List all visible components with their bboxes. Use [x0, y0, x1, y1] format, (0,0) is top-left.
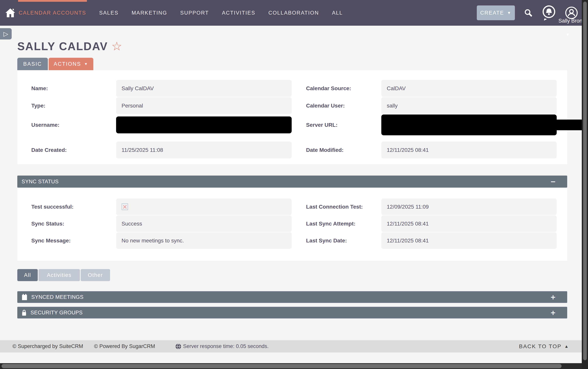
- chevron-down-icon[interactable]: ▼: [566, 32, 570, 37]
- field-label-date-created: Date Created:: [31, 147, 116, 153]
- horizontal-scrollbar-track[interactable]: [0, 363, 588, 369]
- field-value-calendar-source[interactable]: CalDAV: [381, 80, 557, 97]
- tab-other[interactable]: Other: [81, 269, 110, 281]
- field-row: Test successful: × Last Connection Test:…: [31, 198, 567, 215]
- globe-icon: [175, 344, 181, 349]
- actions-dropdown-button[interactable]: ACTIONS ▼: [49, 58, 93, 70]
- field-label-sync-status: Sync Status:: [31, 221, 116, 227]
- nav-menu: CALENDAR ACCOUNTS SALES MARKETING SUPPOR…: [19, 10, 356, 16]
- current-user-name[interactable]: Sally Bron: [558, 18, 582, 24]
- field-row: Sync Status: Success Last Sync Attempt: …: [31, 215, 567, 232]
- field-label-server-url: Server URL:: [292, 122, 381, 128]
- field-value-date-created[interactable]: 11/25/2025 11:08: [116, 142, 292, 158]
- collapse-minus-icon[interactable]: −: [550, 178, 556, 185]
- horizontal-scrollbar-thumb[interactable]: [1, 364, 562, 368]
- field-label-test-successful: Test successful:: [31, 204, 116, 210]
- favorite-star-icon[interactable]: ☆: [111, 40, 123, 52]
- field-label-calendar-user: Calendar User:: [292, 103, 381, 109]
- user-avatar-icon[interactable]: [565, 6, 578, 19]
- field-label-name: Name:: [31, 85, 116, 92]
- actions-button-label: ACTIONS: [54, 61, 81, 67]
- tab-all[interactable]: All: [17, 269, 38, 281]
- nav-item-sales[interactable]: SALES: [99, 10, 119, 16]
- field-value-server-url-redacted: [381, 114, 557, 135]
- calendar-icon: [21, 294, 27, 300]
- expand-plus-icon[interactable]: +: [550, 293, 556, 301]
- field-value-last-sync-date[interactable]: 12/11/2025 08:41: [381, 232, 557, 249]
- field-value-last-connection-test[interactable]: 12/09/2025 11:09: [381, 198, 557, 215]
- server-response-time: Server response time: 0.05 seconds.: [175, 343, 269, 349]
- sync-status-panel-header[interactable]: SYNC STATUS −: [17, 175, 567, 188]
- home-icon: [5, 8, 16, 18]
- page-footer: © Supercharged by SuiteCRM © Powered By …: [0, 340, 588, 352]
- field-value-type[interactable]: Personal: [116, 97, 292, 114]
- triangle-right-icon: ▷: [3, 30, 8, 38]
- synced-meetings-panel-header[interactable]: SYNCED MEETINGS +: [17, 291, 567, 303]
- field-label-last-connection-test: Last Connection Test:: [292, 204, 381, 210]
- tab-activities[interactable]: Activities: [39, 269, 80, 281]
- nav-item-activities[interactable]: ACTIVITIES: [222, 10, 255, 16]
- field-value-name[interactable]: Sally CalDAV: [116, 80, 292, 97]
- x-mark-icon: ×: [123, 203, 127, 211]
- active-module-indicator: [18, 0, 87, 2]
- field-row: Type: Personal Calendar User: sally: [31, 97, 567, 114]
- field-row: Name: Sally CalDAV Calendar Source: CalD…: [31, 80, 567, 97]
- create-button[interactable]: CREATE ▼: [477, 5, 515, 20]
- record-detail-panel: Name: Sally CalDAV Calendar Source: CalD…: [17, 70, 567, 164]
- server-response-text: Server response time: 0.05 seconds.: [183, 343, 269, 349]
- nav-item-marketing[interactable]: MARKETING: [132, 10, 167, 16]
- home-button[interactable]: [4, 8, 16, 18]
- chevron-down-icon: ▼: [507, 11, 511, 15]
- back-to-top-label: BACK TO TOP: [519, 343, 562, 349]
- field-label-last-sync-date: Last Sync Date:: [292, 237, 381, 244]
- field-value-sync-message[interactable]: No new meetings to sync.: [116, 232, 292, 249]
- nav-item-all[interactable]: ALL: [332, 10, 343, 16]
- chevron-down-icon: ▼: [84, 62, 88, 66]
- calendar-account-detail-page: { "glyphs": { "caret_down": "▼", "caret_…: [0, 0, 588, 369]
- field-row: Username: Server URL:: [31, 114, 567, 135]
- create-button-label: CREATE: [480, 10, 504, 16]
- basic-tab-button[interactable]: BASIC: [17, 58, 48, 70]
- security-groups-panel-header[interactable]: SECURITY GROUPS +: [17, 307, 567, 318]
- caret-up-icon: ▲: [564, 344, 569, 349]
- notifications-bell-icon[interactable]: [542, 5, 556, 20]
- sync-status-title: SYNC STATUS: [21, 179, 59, 185]
- nav-item-collaboration[interactable]: COLLABORATION: [268, 10, 319, 16]
- sugarcrm-credit-link[interactable]: © Powered By SugarCRM: [94, 343, 155, 349]
- test-successful-checkbox[interactable]: ×: [122, 203, 128, 210]
- back-to-top-button[interactable]: BACK TO TOP ▲: [519, 340, 569, 352]
- vertical-scrollbar-track[interactable]: [582, 0, 588, 369]
- field-value-last-sync-attempt[interactable]: 12/11/2025 08:41: [381, 215, 557, 232]
- search-icon[interactable]: [524, 8, 533, 17]
- field-label-date-modified: Date Modified:: [292, 147, 381, 153]
- suitecrm-credit-link[interactable]: © Supercharged by SuiteCRM: [12, 343, 83, 349]
- vertical-scrollbar-thumb[interactable]: [583, 1, 587, 360]
- field-label-last-sync-attempt: Last Sync Attempt:: [292, 221, 381, 227]
- field-label-calendar-source: Calendar Source:: [292, 85, 381, 92]
- field-value-test-successful: ×: [116, 198, 292, 215]
- field-value-calendar-user[interactable]: sally: [381, 97, 557, 114]
- nav-item-calendar-accounts[interactable]: CALENDAR ACCOUNTS: [19, 10, 86, 16]
- field-label-type: Type:: [31, 103, 116, 109]
- top-navbar: CALENDAR ACCOUNTS SALES MARKETING SUPPOR…: [0, 0, 588, 26]
- field-value-date-modified[interactable]: 12/11/2025 08:41: [381, 142, 557, 158]
- field-row: Sync Message: No new meetings to sync. L…: [31, 232, 567, 249]
- page-title: SALLY CALDAV ☆: [17, 40, 123, 53]
- field-value-username-redacted: [116, 116, 292, 133]
- lock-icon: [21, 309, 27, 316]
- field-row: Date Created: 11/25/2025 11:08 Date Modi…: [31, 142, 567, 158]
- record-title-text: SALLY CALDAV: [17, 40, 108, 53]
- field-label-sync-message: Sync Message:: [31, 237, 116, 244]
- nav-item-support[interactable]: SUPPORT: [180, 10, 209, 16]
- field-value-sync-status[interactable]: Success: [116, 215, 292, 232]
- sidebar-toggle-button[interactable]: ▷: [0, 28, 12, 40]
- expand-plus-icon[interactable]: +: [550, 309, 556, 317]
- synced-meetings-title: SYNCED MEETINGS: [31, 294, 84, 300]
- security-groups-title: SECURITY GROUPS: [31, 310, 83, 316]
- field-label-username: Username:: [31, 122, 116, 128]
- related-panels-tabs: All Activities Other: [17, 269, 110, 281]
- sync-status-panel-body: Test successful: × Last Connection Test:…: [17, 188, 567, 261]
